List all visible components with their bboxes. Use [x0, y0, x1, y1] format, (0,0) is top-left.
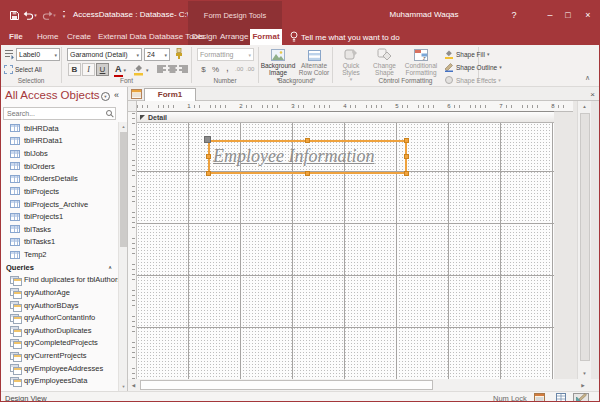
resize-handle[interactable]	[404, 171, 409, 176]
customize-qat-button[interactable]: ▾	[59, 1, 69, 29]
datasheet-view-button[interactable]	[553, 393, 569, 402]
resize-handle[interactable]	[305, 138, 310, 143]
scrollbar-thumb[interactable]	[140, 380, 433, 390]
nav-item-query[interactable]: qryEmployeesData	[1, 375, 118, 388]
nav-item-table[interactable]: tblProjects1	[1, 210, 118, 223]
nav-item-table[interactable]: Temp2	[1, 248, 118, 261]
chevron-down-icon: ▾	[104, 94, 106, 99]
nav-item-table[interactable]: tblOrdersDetails	[1, 173, 118, 186]
scrollbar-thumb[interactable]	[120, 132, 127, 247]
search-icon[interactable]	[106, 110, 112, 116]
nav-item-query[interactable]: qryCompletedProjects	[1, 337, 118, 350]
resize-handle[interactable]	[206, 171, 211, 176]
account-name[interactable]: Muhammad Waqas	[354, 1, 494, 29]
number-format-combo[interactable]: Formatting ▾	[197, 48, 254, 61]
font-size-combo[interactable]: 24 ▾	[144, 48, 170, 61]
tab-format[interactable]: Format	[250, 29, 282, 45]
shutter-bar-close-button[interactable]: «	[114, 90, 119, 100]
percent-format-button[interactable]: %	[210, 63, 221, 76]
resize-handle[interactable]	[404, 138, 409, 143]
selected-form-label[interactable]: Employee Information	[208, 140, 407, 174]
save-button[interactable]	[7, 1, 21, 29]
format-painter-button[interactable]	[174, 48, 184, 62]
nav-item-query[interactable]: qryCurrentProjects	[1, 349, 118, 362]
collapse-group-icon[interactable]: ∧	[108, 264, 112, 270]
undo-button[interactable]: ▾	[23, 1, 37, 29]
nav-group-queries[interactable]: Queries∧	[1, 261, 118, 274]
minimize-button[interactable]: –	[541, 1, 559, 29]
horizontal-scrollbar[interactable]: ◀ ▶	[128, 379, 589, 391]
close-document-icon[interactable]: ×	[590, 87, 595, 101]
tab-arrange[interactable]: Arrange	[220, 29, 248, 45]
help-button[interactable]: ?	[505, 1, 523, 29]
collapse-ribbon-button[interactable]: ∧	[585, 74, 590, 82]
redo-button[interactable]: ▾	[42, 1, 56, 29]
nav-item-table[interactable]: tblOrders	[1, 160, 118, 173]
increase-decimals-button[interactable]: .00	[235, 66, 243, 72]
scroll-up-icon[interactable]: ▲	[578, 101, 591, 112]
nav-pane-title[interactable]: All Access Objects	[5, 89, 100, 101]
italic-button[interactable]: I	[82, 63, 95, 76]
nav-item-query[interactable]: qryAuthorContantInfo	[1, 311, 118, 324]
tab-create[interactable]: Create	[67, 29, 91, 45]
scroll-left-icon[interactable]: ◀	[128, 379, 139, 391]
ruler-corner-box[interactable]	[128, 101, 137, 112]
design-view-button[interactable]	[573, 393, 589, 402]
document-tab-form1[interactable]: Form1	[144, 88, 196, 102]
nav-pane-menu-button[interactable]: ▾	[101, 92, 110, 101]
nav-item-table[interactable]: tblTasks1	[1, 236, 118, 249]
scroll-down-icon[interactable]: ▼	[578, 368, 591, 379]
nav-item-label: tblJobs	[24, 149, 48, 158]
tab-external-data[interactable]: External Data	[98, 29, 146, 45]
vertical-ruler[interactable]	[128, 112, 137, 379]
font-color-button[interactable]: A ▾	[115, 65, 126, 74]
shape-fill-button[interactable]: Shape Fill ▾	[444, 49, 489, 59]
nav-item-query[interactable]: qryAuthorAge	[1, 286, 118, 299]
resize-handle[interactable]	[305, 171, 310, 176]
underline-button[interactable]: U	[96, 63, 109, 76]
scrollbar-thumb[interactable]	[580, 113, 590, 361]
section-selector-icon[interactable]	[140, 115, 145, 120]
font-name-combo[interactable]: Garamond (Detail) ▾	[67, 48, 142, 61]
resize-handle[interactable]	[404, 154, 409, 159]
tab-home[interactable]: Home	[37, 29, 58, 45]
close-button[interactable]: ×	[579, 1, 597, 29]
shape-outline-button[interactable]: Shape Outline ▾	[444, 62, 502, 72]
undo-caret-icon[interactable]: ▾	[34, 12, 37, 18]
object-selector-combo[interactable]: Label0 ▾	[16, 48, 60, 61]
nav-item-query[interactable]: qryAuthorBDays	[1, 299, 118, 312]
move-handle[interactable]	[204, 136, 211, 143]
bold-button[interactable]: B	[68, 63, 81, 76]
maximize-button[interactable]: □	[559, 1, 577, 29]
comma-format-button[interactable]: ,	[222, 61, 233, 74]
nav-item-table[interactable]: tblHRData	[1, 122, 118, 135]
form-view-button[interactable]	[531, 393, 547, 402]
align-right-button[interactable]	[179, 65, 188, 76]
decrease-decimals-button[interactable]: .00	[246, 66, 254, 72]
scroll-right-icon[interactable]: ▶	[577, 379, 589, 391]
background-color-button[interactable]: ▾	[133, 63, 149, 76]
nav-item-query[interactable]: qryEmployeeAddresses	[1, 362, 118, 375]
nav-item-label: qryAuthorBDays	[24, 301, 79, 310]
undo-icon	[23, 11, 34, 20]
nav-item-table[interactable]: tblHRData1	[1, 135, 118, 148]
nav-item-query[interactable]: qryAuthorDuplicates	[1, 324, 118, 337]
nav-item-table[interactable]: tblProjects	[1, 185, 118, 198]
currency-format-button[interactable]: $	[198, 63, 209, 76]
vertical-scrollbar[interactable]: ▲ ▼	[577, 101, 591, 379]
form-label-text[interactable]: Employee Information	[210, 142, 405, 171]
nav-item-query[interactable]: Find duplicates for tblAuthors	[1, 274, 118, 287]
nav-item-table[interactable]: tblProjects_Archive	[1, 198, 118, 211]
nav-item-table[interactable]: tblTasks	[1, 223, 118, 236]
tell-me-box[interactable]: Tell me what you want to do	[290, 29, 400, 45]
align-center-button[interactable]	[168, 65, 177, 76]
detail-section-bar[interactable]: Detail	[137, 111, 554, 123]
search-input[interactable]	[3, 107, 116, 120]
align-left-button[interactable]	[157, 65, 166, 76]
redo-caret-icon[interactable]: ▾	[53, 12, 56, 18]
select-all-button[interactable]: Select All	[4, 65, 42, 74]
tab-file[interactable]: File	[9, 29, 23, 45]
tab-design[interactable]: Design	[192, 29, 217, 45]
nav-item-table[interactable]: tblJobs	[1, 147, 118, 160]
resize-handle[interactable]	[206, 154, 211, 159]
